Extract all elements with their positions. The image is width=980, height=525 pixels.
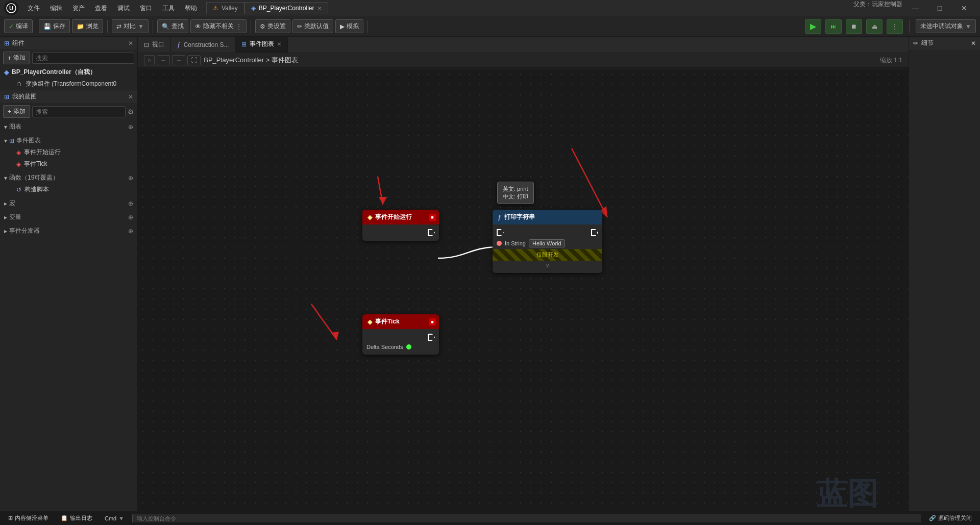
menu-view[interactable]: 查看	[90, 2, 112, 15]
tab-event-graph[interactable]: ⊞ 事件图表 ✕	[235, 37, 288, 53]
class-defaults-button[interactable]: ✏ 类默认值	[292, 19, 333, 33]
skip-button[interactable]: ⏭	[825, 19, 842, 34]
menu-file[interactable]: 文件	[22, 2, 45, 15]
menu-window[interactable]: 窗口	[135, 2, 157, 15]
component-transform[interactable]: ⛫ 变换组件 (TransformComponent0	[0, 78, 137, 90]
node-print[interactable]: ƒ 打印字符串 In String Hello World	[493, 210, 602, 273]
blueprints-gear-button[interactable]: ⚙	[128, 108, 134, 116]
find-label: 查找	[172, 22, 184, 31]
debug-chevron-icon: ▼	[965, 23, 971, 30]
print-exec-out-pin[interactable]	[591, 229, 598, 236]
breadcrumb-back-button[interactable]: ←	[157, 55, 170, 65]
graph-area[interactable]: ⊡ 视口 ƒ Construction S... ⊞ 事件图表 ✕ ⌂ ← → …	[138, 37, 909, 525]
menu-edit[interactable]: 编辑	[45, 2, 67, 15]
content-sidebar-button[interactable]: ⊞ 内容侧滑菜单	[4, 513, 53, 523]
components-close-icon[interactable]: ✕	[128, 40, 133, 47]
output-log-button[interactable]: 📋 输出日志	[57, 513, 96, 523]
tick-exec-out-pin[interactable]	[428, 334, 435, 341]
simulate-button[interactable]: ▶ 模拟	[335, 19, 363, 33]
cmd-button[interactable]: Cmd ▼	[101, 514, 128, 522]
tab-bp-playercontroller[interactable]: ◈ BP_PlayerController ✕	[244, 2, 328, 14]
browse-button[interactable]: 📁 浏览	[72, 19, 103, 33]
print-chevron-row: ∨	[493, 261, 602, 270]
beginplay-close-button[interactable]: ■	[429, 214, 436, 221]
bp-section-variables-header[interactable]: ▸ 变量 ⊕	[0, 211, 137, 223]
find-icon: 🔍	[162, 23, 169, 30]
graph-canvas[interactable]: 英文: print 中文: 打印 ◈ 事件开始运行 ■	[138, 69, 909, 525]
node-tick[interactable]: ◈ 事件Tick ■ Delta Seconds	[362, 314, 439, 355]
event-graph-items: ◈ 事件开始运行 ◈ 事件Tick	[0, 146, 137, 170]
tick-close-button[interactable]: ■	[429, 318, 436, 326]
toolbar-sep5	[909, 20, 910, 33]
menu-tools[interactable]: 工具	[157, 2, 180, 15]
bp-section-event-graph-header[interactable]: ▾ ⊞ 事件图表	[0, 135, 137, 146]
right-panel-header: ✏ 细节 ✕	[909, 37, 980, 49]
node-tooltip[interactable]: 英文: print 中文: 打印	[497, 182, 534, 204]
right-panel-close-icon[interactable]: ✕	[971, 40, 976, 47]
source-control-icon: 🔗	[929, 515, 936, 521]
compile-button[interactable]: ✓ 编译	[4, 19, 33, 33]
minimize-button[interactable]: —	[903, 0, 927, 16]
bp-section-functions-header[interactable]: ▾ 函数（19可覆盖） ⊕	[0, 172, 137, 184]
beginplay-exec-out-pin[interactable]	[428, 229, 435, 236]
breadcrumb-nav: ⌂ ← → ⛶	[144, 55, 201, 65]
blueprints-close-icon[interactable]: ✕	[128, 93, 133, 101]
toolbar-sep4	[368, 20, 368, 33]
bp-section-macros: ▸ 宏 ⊕	[0, 196, 137, 210]
eject-button[interactable]: ⏏	[866, 19, 883, 34]
variables-add-icon[interactable]: ⊕	[128, 214, 133, 221]
functions-add-icon[interactable]: ⊕	[128, 174, 133, 182]
tick-delta-pin[interactable]	[406, 344, 411, 349]
print-expand-icon[interactable]: ∨	[546, 263, 549, 268]
bp-item-begin-play[interactable]: ◈ 事件开始运行	[0, 146, 137, 158]
class-settings-button[interactable]: ⚙ 类设置	[255, 19, 290, 33]
bp-section-graphs-header[interactable]: ▾ 图表 ⊕	[0, 121, 137, 133]
menu-asset[interactable]: 资产	[67, 2, 90, 15]
components-search-input[interactable]	[32, 53, 134, 64]
event-dispatchers-add-icon[interactable]: ⊕	[128, 228, 133, 235]
blueprints-add-button[interactable]: + 添加	[3, 105, 30, 118]
graphs-add-icon[interactable]: ⊕	[128, 123, 133, 131]
macros-add-icon[interactable]: ⊕	[128, 200, 133, 207]
bp-item-tick[interactable]: ◈ 事件Tick	[0, 158, 137, 170]
component-root[interactable]: ◈ BP_PlayerController（自我）	[0, 66, 137, 78]
bp-section-macros-header[interactable]: ▸ 宏 ⊕	[0, 197, 137, 209]
save-button[interactable]: 💾 保存	[39, 19, 70, 33]
breadcrumb-forward-button[interactable]: →	[172, 55, 185, 65]
bp-item-constructor[interactable]: ↺ 构造脚本	[0, 184, 137, 195]
maximize-button[interactable]: □	[928, 0, 951, 16]
tab-valley[interactable]: ⚠ Valley	[206, 2, 244, 14]
diff-button[interactable]: ⇄ 对比 ▼	[112, 19, 149, 33]
hide-unrelated-button[interactable]: 👁 隐藏不相关 ⋮	[190, 19, 247, 33]
close-button[interactable]: ✕	[952, 0, 976, 16]
menu-debug[interactable]: 调试	[112, 2, 135, 15]
more-button[interactable]: ⋮	[887, 19, 903, 34]
cmd-input[interactable]	[132, 514, 921, 522]
print-dev-label: 仅限开发	[536, 251, 559, 259]
tick-body: Delta Seconds	[362, 329, 439, 355]
ue-logo[interactable]: U	[4, 1, 18, 15]
tab-construction[interactable]: ƒ Construction S...	[171, 37, 235, 53]
tab-bp-close-icon[interactable]: ✕	[317, 6, 322, 11]
breadcrumb-home-button[interactable]: ⌂	[144, 55, 155, 65]
stop-button[interactable]: ⏹	[846, 19, 862, 34]
save-icon: 💾	[43, 23, 51, 30]
print-in-string-pin[interactable]	[497, 241, 502, 246]
event-graph-close-icon[interactable]: ✕	[277, 41, 281, 47]
print-in-string-value[interactable]: Hello World	[529, 239, 565, 247]
blueprints-search-input[interactable]	[32, 106, 126, 117]
functions-label: 函数（19可覆盖）	[9, 173, 59, 182]
toolbar: ✓ 编译 💾 保存 📁 浏览 ⇄ 对比 ▼ 🔍 查找 👁 隐藏不相关 ⋮ ⚙ 类…	[0, 16, 980, 37]
debug-select[interactable]: 未选中调试对象 ▼	[916, 19, 976, 33]
play-button[interactable]: ▶	[805, 19, 821, 34]
find-button[interactable]: 🔍 查找	[157, 19, 188, 33]
node-beginplay[interactable]: ◈ 事件开始运行 ■	[362, 210, 439, 241]
components-add-button[interactable]: + 添加	[3, 52, 30, 64]
breadcrumb-expand-button[interactable]: ⛶	[187, 55, 201, 65]
tab-viewport[interactable]: ⊡ 视口	[138, 37, 171, 53]
menu-help[interactable]: 帮助	[180, 2, 202, 15]
print-exec-in-pin[interactable]	[497, 229, 504, 236]
components-toolbar: + 添加	[0, 49, 137, 66]
bp-section-event-dispatchers-header[interactable]: ▸ 事件分发器 ⊕	[0, 225, 137, 237]
source-control-button[interactable]: 🔗 源码管理关闭	[925, 513, 976, 523]
